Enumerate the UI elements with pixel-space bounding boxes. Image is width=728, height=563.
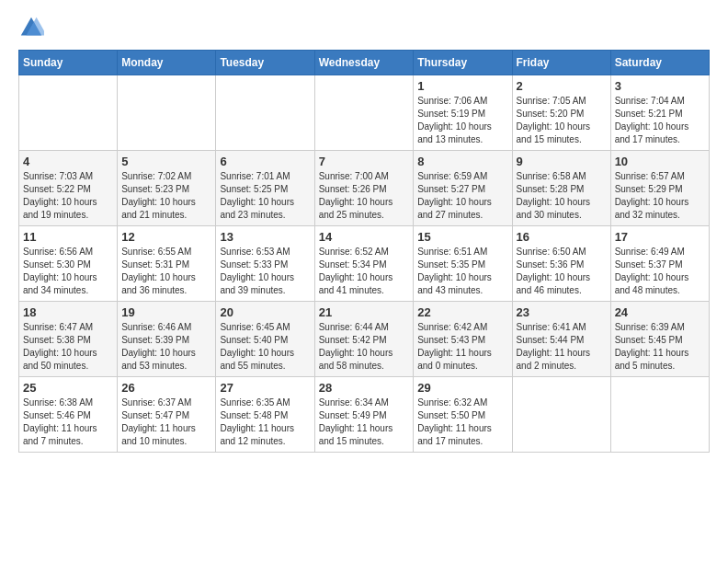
day-number: 8 xyxy=(417,155,507,168)
calendar-cell: 6Sunrise: 7:01 AM Sunset: 5:25 PM Daylig… xyxy=(216,151,314,226)
calendar-cell: 1Sunrise: 7:06 AM Sunset: 5:19 PM Daylig… xyxy=(414,75,512,151)
day-number: 10 xyxy=(615,155,705,168)
day-number: 17 xyxy=(615,230,705,244)
day-number: 15 xyxy=(417,230,507,244)
day-info: Sunrise: 6:57 AM Sunset: 5:29 PM Dayligh… xyxy=(615,170,705,222)
calendar-cell: 21Sunrise: 6:44 AM Sunset: 5:42 PM Dayli… xyxy=(314,302,414,377)
day-number: 28 xyxy=(319,381,410,395)
day-info: Sunrise: 6:32 AM Sunset: 5:50 PM Dayligh… xyxy=(417,396,507,448)
calendar-header-row: SundayMondayTuesdayWednesdayThursdayFrid… xyxy=(19,51,710,75)
day-number: 2 xyxy=(517,79,607,93)
day-info: Sunrise: 6:53 AM Sunset: 5:33 PM Dayligh… xyxy=(220,246,310,297)
day-header-saturday: Saturday xyxy=(610,51,709,75)
day-number: 18 xyxy=(23,305,113,319)
day-info: Sunrise: 6:46 AM Sunset: 5:39 PM Dayligh… xyxy=(121,321,211,373)
day-number: 13 xyxy=(220,230,310,244)
day-header-sunday: Sunday xyxy=(19,51,118,75)
day-info: Sunrise: 6:45 AM Sunset: 5:40 PM Dayligh… xyxy=(220,321,310,373)
day-number: 19 xyxy=(121,305,211,319)
calendar-cell: 20Sunrise: 6:45 AM Sunset: 5:40 PM Dayli… xyxy=(216,302,314,377)
day-number: 26 xyxy=(121,381,211,395)
day-header-wednesday: Wednesday xyxy=(314,51,414,75)
calendar-cell: 26Sunrise: 6:37 AM Sunset: 5:47 PM Dayli… xyxy=(118,377,216,453)
calendar-cell: 17Sunrise: 6:49 AM Sunset: 5:37 PM Dayli… xyxy=(610,226,709,302)
calendar-cell: 25Sunrise: 6:38 AM Sunset: 5:46 PM Dayli… xyxy=(19,377,118,453)
logo xyxy=(18,15,48,40)
calendar-cell: 10Sunrise: 6:57 AM Sunset: 5:29 PM Dayli… xyxy=(610,151,709,226)
day-number: 16 xyxy=(517,230,607,244)
day-info: Sunrise: 6:34 AM Sunset: 5:49 PM Dayligh… xyxy=(319,396,410,448)
calendar-cell: 8Sunrise: 6:59 AM Sunset: 5:27 PM Daylig… xyxy=(414,151,512,226)
calendar-cell: 3Sunrise: 7:04 AM Sunset: 5:21 PM Daylig… xyxy=(610,75,709,151)
week-row-5: 25Sunrise: 6:38 AM Sunset: 5:46 PM Dayli… xyxy=(19,377,710,453)
day-number: 9 xyxy=(517,155,607,168)
day-number: 21 xyxy=(319,305,410,319)
calendar-cell: 28Sunrise: 6:34 AM Sunset: 5:49 PM Dayli… xyxy=(314,377,414,453)
day-info: Sunrise: 6:49 AM Sunset: 5:37 PM Dayligh… xyxy=(615,246,705,297)
calendar-cell xyxy=(19,75,118,151)
calendar-cell xyxy=(610,377,709,453)
day-info: Sunrise: 7:03 AM Sunset: 5:22 PM Dayligh… xyxy=(23,170,113,222)
day-header-tuesday: Tuesday xyxy=(216,51,314,75)
calendar-cell: 22Sunrise: 6:42 AM Sunset: 5:43 PM Dayli… xyxy=(414,302,512,377)
calendar-cell xyxy=(314,75,414,151)
day-number: 22 xyxy=(417,305,507,319)
calendar-cell: 16Sunrise: 6:50 AM Sunset: 5:36 PM Dayli… xyxy=(512,226,610,302)
calendar-cell: 19Sunrise: 6:46 AM Sunset: 5:39 PM Dayli… xyxy=(118,302,216,377)
day-info: Sunrise: 7:06 AM Sunset: 5:19 PM Dayligh… xyxy=(417,95,507,146)
calendar-cell: 27Sunrise: 6:35 AM Sunset: 5:48 PM Dayli… xyxy=(216,377,314,453)
day-number: 3 xyxy=(615,79,705,93)
day-number: 11 xyxy=(23,230,113,244)
day-number: 4 xyxy=(23,155,113,168)
day-number: 7 xyxy=(319,155,410,168)
day-number: 1 xyxy=(417,79,507,93)
calendar-cell xyxy=(118,75,216,151)
day-info: Sunrise: 6:52 AM Sunset: 5:34 PM Dayligh… xyxy=(319,246,410,297)
calendar-cell: 7Sunrise: 7:00 AM Sunset: 5:26 PM Daylig… xyxy=(314,151,414,226)
day-number: 14 xyxy=(319,230,410,244)
day-info: Sunrise: 7:05 AM Sunset: 5:20 PM Dayligh… xyxy=(517,95,607,146)
calendar-cell xyxy=(216,75,314,151)
calendar-cell: 13Sunrise: 6:53 AM Sunset: 5:33 PM Dayli… xyxy=(216,226,314,302)
week-row-4: 18Sunrise: 6:47 AM Sunset: 5:38 PM Dayli… xyxy=(19,302,710,377)
day-info: Sunrise: 6:37 AM Sunset: 5:47 PM Dayligh… xyxy=(121,396,211,448)
calendar-cell xyxy=(512,377,610,453)
calendar-cell: 29Sunrise: 6:32 AM Sunset: 5:50 PM Dayli… xyxy=(414,377,512,453)
day-info: Sunrise: 6:42 AM Sunset: 5:43 PM Dayligh… xyxy=(417,321,507,373)
week-row-1: 1Sunrise: 7:06 AM Sunset: 5:19 PM Daylig… xyxy=(19,75,710,151)
calendar-cell: 14Sunrise: 6:52 AM Sunset: 5:34 PM Dayli… xyxy=(314,226,414,302)
day-number: 20 xyxy=(220,305,310,319)
calendar-cell: 15Sunrise: 6:51 AM Sunset: 5:35 PM Dayli… xyxy=(414,226,512,302)
logo-icon xyxy=(18,15,44,40)
day-info: Sunrise: 6:56 AM Sunset: 5:30 PM Dayligh… xyxy=(23,246,113,297)
week-row-3: 11Sunrise: 6:56 AM Sunset: 5:30 PM Dayli… xyxy=(19,226,710,302)
day-info: Sunrise: 6:55 AM Sunset: 5:31 PM Dayligh… xyxy=(121,246,211,297)
calendar-cell: 24Sunrise: 6:39 AM Sunset: 5:45 PM Dayli… xyxy=(610,302,709,377)
day-info: Sunrise: 7:02 AM Sunset: 5:23 PM Dayligh… xyxy=(121,170,211,222)
day-info: Sunrise: 7:00 AM Sunset: 5:26 PM Dayligh… xyxy=(319,170,410,222)
day-header-monday: Monday xyxy=(118,51,216,75)
day-info: Sunrise: 6:38 AM Sunset: 5:46 PM Dayligh… xyxy=(23,396,113,448)
calendar-cell: 12Sunrise: 6:55 AM Sunset: 5:31 PM Dayli… xyxy=(118,226,216,302)
day-number: 5 xyxy=(121,155,211,168)
day-info: Sunrise: 6:51 AM Sunset: 5:35 PM Dayligh… xyxy=(417,246,507,297)
calendar-cell: 9Sunrise: 6:58 AM Sunset: 5:28 PM Daylig… xyxy=(512,151,610,226)
day-number: 24 xyxy=(615,305,705,319)
day-info: Sunrise: 6:47 AM Sunset: 5:38 PM Dayligh… xyxy=(23,321,113,373)
calendar-cell: 23Sunrise: 6:41 AM Sunset: 5:44 PM Dayli… xyxy=(512,302,610,377)
day-info: Sunrise: 6:50 AM Sunset: 5:36 PM Dayligh… xyxy=(517,246,607,297)
day-info: Sunrise: 7:04 AM Sunset: 5:21 PM Dayligh… xyxy=(615,95,705,146)
day-info: Sunrise: 6:59 AM Sunset: 5:27 PM Dayligh… xyxy=(417,170,507,222)
week-row-2: 4Sunrise: 7:03 AM Sunset: 5:22 PM Daylig… xyxy=(19,151,710,226)
day-info: Sunrise: 6:35 AM Sunset: 5:48 PM Dayligh… xyxy=(220,396,310,448)
day-info: Sunrise: 7:01 AM Sunset: 5:25 PM Dayligh… xyxy=(220,170,310,222)
day-number: 29 xyxy=(417,381,507,395)
calendar-table: SundayMondayTuesdayWednesdayThursdayFrid… xyxy=(18,50,710,453)
calendar-cell: 18Sunrise: 6:47 AM Sunset: 5:38 PM Dayli… xyxy=(19,302,118,377)
calendar-cell: 11Sunrise: 6:56 AM Sunset: 5:30 PM Dayli… xyxy=(19,226,118,302)
calendar-cell: 4Sunrise: 7:03 AM Sunset: 5:22 PM Daylig… xyxy=(19,151,118,226)
day-info: Sunrise: 6:44 AM Sunset: 5:42 PM Dayligh… xyxy=(319,321,410,373)
day-header-friday: Friday xyxy=(512,51,610,75)
page-header xyxy=(18,15,710,40)
day-info: Sunrise: 6:58 AM Sunset: 5:28 PM Dayligh… xyxy=(517,170,607,222)
